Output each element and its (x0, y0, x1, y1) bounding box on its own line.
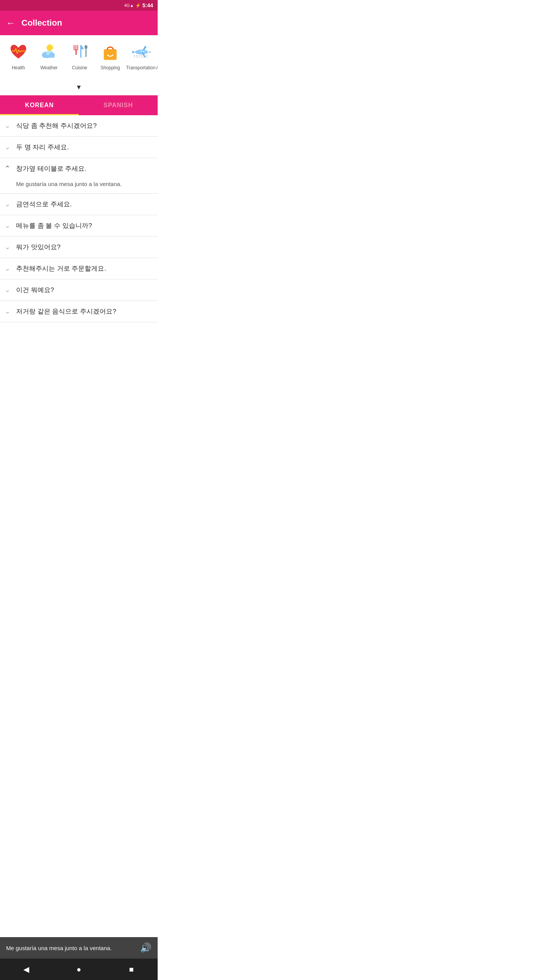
phrase-row-5[interactable]: ⌄ 메뉴를 좀 볼 수 있습니까? (0, 215, 158, 236)
phrase-korean-9: 저거랑 같은 음식으로 주시겠어요? (16, 307, 152, 316)
nav-bar: ◀ ● ■ (0, 959, 158, 980)
phrase-chevron-5: ⌄ (5, 221, 12, 230)
expand-row[interactable]: ▾ (0, 79, 158, 95)
status-bar: 4G▲ ⚡ 5:44 (0, 0, 158, 11)
app-bar: ← Collection (0, 11, 158, 35)
phrase-korean-2: 두 명 자리 주세요. (16, 143, 152, 152)
phrase-item-3: ⌃ 창가옆 테이블로 주세요. Me gustaría una mesa jun… (0, 158, 158, 194)
tab-spanish[interactable]: SPANISH (79, 95, 158, 115)
category-transportation[interactable]: Transportation (126, 41, 156, 76)
cuisine-label: Cuisine (72, 65, 87, 70)
tab-indicator (0, 114, 79, 115)
status-icons: 4G▲ ⚡ 5:44 (124, 2, 153, 8)
battery-icon: ⚡ (135, 3, 141, 8)
category-shopping[interactable]: Shopping (95, 41, 126, 76)
category-scroll: Health Weather (0, 41, 158, 76)
tab-korean[interactable]: KOREAN (0, 95, 79, 115)
phrase-row-1[interactable]: ⌄ 식당 좀 추천해 주시겠어요? (0, 115, 158, 136)
category-accommodation[interactable]: Accommodation (156, 41, 158, 76)
transport-icon (130, 41, 152, 63)
nav-home-button[interactable]: ● (70, 960, 88, 978)
phrase-korean-6: 뭐가 맛있어요? (16, 243, 152, 252)
phrase-list: ⌄ 식당 좀 추천해 주시겠어요? ⌄ 두 명 자리 주세요. ⌃ 창가옆 테이… (0, 115, 158, 368)
svg-rect-12 (76, 49, 77, 55)
weather-label: Weather (40, 65, 57, 70)
audio-text: Me gustaría una mesa junto a la ventana. (6, 945, 136, 951)
category-health[interactable]: Health (3, 41, 34, 76)
phrase-chevron-3: ⌃ (5, 164, 12, 173)
chevron-down-icon: ▾ (77, 82, 81, 91)
phrase-item-1: ⌄ 식당 좀 추천해 주시겠어요? (0, 115, 158, 137)
phrase-item-2: ⌄ 두 명 자리 주세요. (0, 137, 158, 158)
shopping-label: Shopping (101, 65, 120, 70)
phrase-row-7[interactable]: ⌄ 추천해주시는 거로 주문할게요. (0, 258, 158, 279)
accommodation-label: Accommodation (156, 65, 158, 76)
svg-rect-15 (85, 49, 86, 57)
phrase-item-6: ⌄ 뭐가 맛있어요? (0, 237, 158, 258)
svg-rect-10 (73, 45, 75, 49)
back-button[interactable]: ← (6, 18, 15, 28)
svg-point-14 (85, 45, 87, 49)
svg-point-18 (143, 51, 145, 52)
network-icon: 4G▲ (124, 3, 134, 8)
svg-point-19 (141, 51, 142, 52)
phrase-korean-8: 이건 뭐예요? (16, 286, 152, 294)
phrase-translation-3: Me gustaría una mesa junto a la ventana. (0, 179, 158, 193)
nav-recent-button[interactable]: ■ (122, 960, 140, 978)
weather-icon (38, 41, 60, 63)
category-weather[interactable]: Weather (34, 41, 64, 76)
phrase-korean-3: 창가옆 테이블로 주세요. (16, 164, 152, 173)
speaker-button[interactable]: 🔊 (140, 942, 152, 953)
phrase-row-6[interactable]: ⌄ 뭐가 맛있어요? (0, 237, 158, 258)
phrase-row-9[interactable]: ⌄ 저거랑 같은 음식으로 주시겠어요? (0, 301, 158, 322)
app-title: Collection (21, 18, 62, 28)
category-section: Health Weather (0, 35, 158, 79)
phrase-korean-4: 금연석으로 주세요. (16, 200, 152, 209)
phrase-chevron-4: ⌄ (5, 200, 12, 208)
audio-bar: Me gustaría una mesa junto a la ventana.… (0, 937, 158, 959)
health-label: Health (12, 65, 25, 70)
phrase-chevron-9: ⌄ (5, 307, 12, 315)
svg-rect-13 (80, 45, 82, 57)
phrase-row-4[interactable]: ⌄ 금연석으로 주세요. (0, 194, 158, 215)
phrase-item-4: ⌄ 금연석으로 주세요. (0, 194, 158, 215)
phrase-chevron-1: ⌄ (5, 121, 12, 130)
phrase-chevron-8: ⌄ (5, 286, 12, 294)
status-time: 5:44 (142, 2, 153, 8)
phrase-row-8[interactable]: ⌄ 이건 뭐예요? (0, 279, 158, 301)
transportation-label: Transportation (126, 65, 156, 70)
svg-rect-7 (42, 55, 55, 57)
svg-rect-9 (77, 45, 78, 49)
phrase-item-5: ⌄ 메뉴를 좀 볼 수 있습니까? (0, 215, 158, 237)
phrase-row-2[interactable]: ⌄ 두 명 자리 주세요. (0, 137, 158, 158)
svg-line-2 (52, 45, 52, 46)
category-cuisine[interactable]: Cuisine (64, 41, 95, 76)
tab-spanish-label: SPANISH (104, 102, 133, 109)
phrase-korean-5: 메뉴를 좀 볼 수 있습니까? (16, 221, 152, 230)
phrase-chevron-7: ⌄ (5, 264, 12, 273)
phrase-item-7: ⌄ 추천해주시는 거로 주문할게요. (0, 258, 158, 279)
svg-rect-16 (104, 49, 116, 60)
health-icon (8, 41, 29, 63)
cuisine-icon (69, 41, 90, 63)
phrase-chevron-6: ⌄ (5, 243, 12, 251)
phrase-item-9: ⌄ 저거랑 같은 음식으로 주시겠어요? (0, 301, 158, 322)
nav-back-button[interactable]: ◀ (17, 960, 36, 978)
phrase-item-8: ⌄ 이건 뭐예요? (0, 279, 158, 301)
phrase-row-3[interactable]: ⌃ 창가옆 테이블로 주세요. (0, 158, 158, 179)
phrase-korean-1: 식당 좀 추천해 주시겠어요? (16, 121, 152, 130)
shopping-icon (99, 41, 121, 63)
tab-korean-label: KOREAN (25, 102, 54, 109)
phrase-korean-7: 추천해주시는 거로 주문할게요. (16, 264, 152, 273)
tab-bar: KOREAN SPANISH (0, 95, 158, 115)
phrase-chevron-2: ⌄ (5, 143, 12, 151)
